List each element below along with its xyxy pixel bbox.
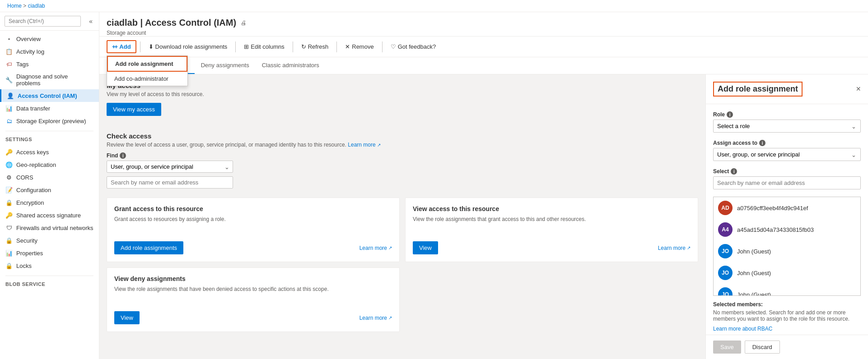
breadcrumb-home[interactable]: Home	[7, 3, 22, 9]
sidebar-item-cors[interactable]: ⚙ CORS	[0, 171, 99, 184]
breadcrumb: Home > ciadlab	[0, 0, 868, 12]
sidebar-item-geo-replication[interactable]: 🌐 Geo-replication	[0, 158, 99, 171]
panel-search-input[interactable]	[713, 176, 861, 189]
check-access-learn-more-link[interactable]: Learn more	[348, 142, 375, 148]
user-name-2: a45ad15d04a734330815fb03	[737, 226, 814, 233]
sidebar-item-data-transfer[interactable]: 📊 Data transfer	[0, 102, 99, 115]
find-info-icon: i	[120, 152, 126, 159]
sidebar-collapse-button[interactable]: «	[87, 16, 94, 27]
panel-close-button[interactable]: ×	[856, 84, 861, 94]
edit-columns-icon: ⊞	[244, 43, 249, 50]
my-access-subtitle: View my level of access to this resource…	[107, 91, 698, 97]
sidebar-item-diagnose[interactable]: 🔧 Diagnose and solve problems	[0, 70, 99, 89]
view-deny-button[interactable]: View	[114, 311, 140, 324]
sidebar-search-container: «	[0, 12, 99, 31]
panel-role-field: Role i Select a role	[713, 111, 861, 133]
view-deny-title: View deny assignments	[114, 275, 392, 282]
view-access-learn-more-link[interactable]: Learn more ↗	[658, 245, 691, 251]
add-dropdown-menu: Add role assignment Add co-administrator	[107, 55, 188, 86]
sidebar-search-input[interactable]	[5, 16, 81, 27]
user-avatar-4: JO	[718, 266, 733, 280]
cards-grid: Grant access to this resource Grant acce…	[107, 198, 698, 332]
page-header: ciadlab | Access Control (IAM) 🖨 Storage…	[99, 12, 868, 37]
find-label: Find i	[107, 152, 698, 159]
properties-icon: 📊	[5, 249, 13, 257]
cors-icon: ⚙	[5, 174, 13, 181]
check-access-desc: Review the level of access a user, group…	[107, 142, 698, 148]
panel-footer: Save Discard	[706, 335, 868, 359]
panel-role-select[interactable]: Select a role	[713, 120, 861, 133]
view-deny-card: View deny assignments View the role assi…	[107, 267, 400, 332]
settings-group-label: Settings	[0, 133, 99, 144]
sidebar-item-security[interactable]: 🔒 Security	[0, 234, 99, 247]
dropdown-add-co-administrator[interactable]: Add co-administrator	[107, 72, 187, 86]
grant-access-learn-more-link[interactable]: Learn more ↗	[359, 245, 392, 251]
feedback-icon: ♡	[391, 43, 396, 50]
breadcrumb-resource[interactable]: ciadlab	[28, 3, 45, 9]
security-icon: 🔒	[5, 237, 13, 244]
panel-title: Add role assignment	[713, 82, 803, 97]
user-item-5[interactable]: JO John (Guest)	[714, 284, 860, 296]
sidebar-item-activity-log[interactable]: 📋 Activity log	[0, 45, 99, 58]
sidebar-item-access-control[interactable]: 👤 Access Control (IAM)	[0, 89, 99, 102]
print-icon[interactable]: 🖨	[241, 19, 247, 26]
dropdown-add-role-assignment[interactable]: Add role assignment	[107, 56, 187, 72]
edit-columns-button[interactable]: ⊞ Edit columns	[239, 41, 289, 52]
view-my-access-button[interactable]: View my access	[107, 103, 161, 116]
toolbar: + + Add Add role assignment Add co-admin…	[99, 37, 868, 57]
sidebar-item-storage-explorer[interactable]: 🗂 Storage Explorer (preview)	[0, 115, 99, 127]
user-item-3[interactable]: JO John (Guest)	[714, 240, 860, 262]
sidebar-item-properties[interactable]: 📊 Properties	[0, 247, 99, 259]
view-access-desc: View the role assignments that grant acc…	[413, 216, 691, 234]
sidebar-item-tags[interactable]: 🏷 Tags	[0, 58, 99, 70]
user-avatar-5: JO	[718, 287, 733, 296]
view-deny-external-icon: ↗	[388, 315, 392, 320]
download-button[interactable]: ⬇ Download role assignments	[144, 41, 232, 52]
user-name-5: John (Guest)	[737, 291, 771, 296]
user-item-2[interactable]: A4 a45ad15d04a734330815fb03	[714, 219, 860, 240]
panel-assign-label: Assign access to i	[713, 140, 861, 146]
user-item-1[interactable]: AD a07569cff3eeb4f4d9c941ef	[714, 197, 860, 219]
check-access-search-input[interactable]	[107, 176, 233, 189]
grant-access-card: Grant access to this resource Grant acce…	[107, 198, 400, 262]
refresh-button[interactable]: ↻ Refresh	[297, 41, 333, 52]
toolbar-divider-3	[293, 41, 293, 52]
panel-assign-select[interactable]: User, group, or service principal	[713, 148, 861, 161]
remove-icon: ✕	[345, 43, 350, 50]
panel-header: Add role assignment ×	[706, 74, 868, 104]
feedback-button[interactable]: ♡ Got feedback?	[386, 41, 441, 52]
sidebar-item-configuration[interactable]: 📝 Configuration	[0, 184, 99, 196]
sidebar-item-firewalls[interactable]: 🛡 Firewalls and virtual networks	[0, 221, 99, 234]
select-info-icon: i	[731, 168, 737, 175]
right-panel: Add role assignment × Role i Select a ro…	[705, 74, 868, 359]
selected-members-desc: No members selected. Search for and add …	[713, 309, 861, 322]
sidebar-item-access-keys[interactable]: 🔑 Access keys	[0, 146, 99, 158]
panel-discard-button[interactable]: Discard	[745, 341, 780, 354]
rbac-learn-more-link[interactable]: Learn more about RBAC	[713, 326, 861, 332]
find-select-wrapper: User, group, or service principal	[107, 161, 233, 173]
main-content: My access View my level of access to thi…	[99, 74, 705, 359]
view-deny-learn-more-link[interactable]: Learn more ↗	[359, 315, 392, 321]
grant-access-title: Grant access to this resource	[114, 205, 392, 212]
diagnose-icon: 🔧	[5, 76, 13, 83]
role-info-icon: i	[727, 111, 733, 118]
user-item-4[interactable]: JO John (Guest)	[714, 262, 860, 284]
sidebar-item-encryption[interactable]: 🔒 Encryption	[0, 196, 99, 209]
toolbar-divider-2	[235, 41, 236, 52]
panel-save-button[interactable]: Save	[713, 341, 741, 354]
tab-classic-administrators[interactable]: Classic administrators	[256, 57, 326, 74]
view-access-button[interactable]: View	[413, 241, 438, 254]
add-role-assignments-button[interactable]: Add role assignments	[114, 241, 183, 254]
tab-deny-assignments[interactable]: Deny assignments	[195, 57, 256, 74]
view-access-title: View access to this resource	[413, 205, 691, 212]
data-transfer-icon: 📊	[5, 105, 13, 112]
toolbar-divider-5	[382, 41, 383, 52]
add-button[interactable]: + + Add	[107, 40, 136, 53]
sidebar-item-overview[interactable]: ▪ Overview	[0, 32, 99, 45]
sidebar-item-locks[interactable]: 🔒 Locks	[0, 259, 99, 272]
view-access-external-icon: ↗	[687, 245, 691, 250]
remove-button[interactable]: ✕ Remove	[341, 41, 378, 52]
geo-replication-icon: 🌐	[5, 161, 13, 168]
find-select[interactable]: User, group, or service principal	[107, 161, 233, 173]
sidebar-item-shared-access[interactable]: 🔑 Shared access signature	[0, 209, 99, 221]
